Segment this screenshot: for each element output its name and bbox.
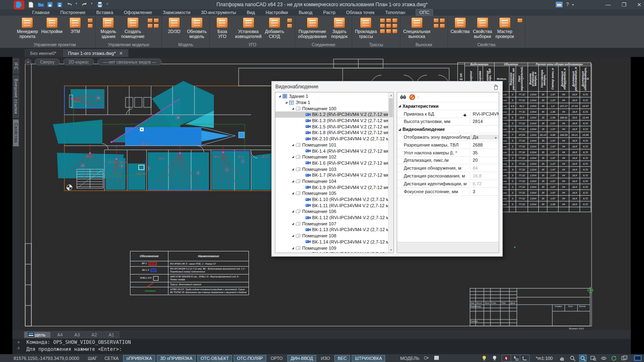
expander-icon[interactable]: ◢ [284, 101, 288, 104]
undo-icon[interactable] [66, 2, 73, 7]
lightbulb-on-icon[interactable] [481, 355, 488, 361]
document-tab[interactable]: План 1-ого этажа.dwg*✕ [63, 49, 128, 57]
tree-item[interactable]: ВК-1.15 (RVi-IPC34VM4 V.2 (2,7-12 мм)) [275, 251, 388, 253]
group-expander-icon[interactable]: ◢ [398, 128, 402, 131]
ribbon-small-tool-icon[interactable] [147, 18, 153, 23]
new-file-icon[interactable] [28, 2, 35, 7]
document-tab[interactable]: Без имени0* [25, 49, 62, 57]
ribbon-button[interactable]: Подключение оборудования [297, 17, 328, 39]
property-row[interactable]: Фокусное расстояние, мм3 [397, 188, 499, 196]
tree-item[interactable]: ◢Этаж 1 [275, 99, 388, 106]
ribbon-button[interactable]: Менеджер проекта [16, 17, 39, 39]
restore-button[interactable]: ❐ [621, 2, 626, 8]
ribbon-tab-Топоплан[interactable]: Топоплан [385, 10, 405, 15]
help-dropdown-icon[interactable]: ▾ [572, 3, 574, 7]
ribbon-tab-Вставка[interactable]: Вставка [96, 10, 113, 15]
property-value[interactable]: 84 [470, 166, 499, 170]
ribbon-tab-ОПС[interactable]: ОПС [416, 9, 433, 15]
ribbon-tab-Главная[interactable]: Главная [32, 10, 50, 15]
selection-cycling-icon[interactable] [502, 355, 511, 361]
fullscreen-monitor-icon[interactable] [634, 355, 642, 361]
interface-settings-icon[interactable] [556, 2, 563, 7]
ribbon-tab-Зависимости[interactable]: Зависимости [163, 10, 190, 15]
tree-item[interactable]: ВК-1.3 (RVi-IPC34VM4 V.2 (2,7-12 мм)) [275, 118, 388, 124]
ribbon-button[interactable]: 2D/3D [163, 17, 185, 34]
property-row[interactable]: Привязка к БД◆RVi-IPC34VM4▾ [397, 110, 499, 118]
tree-item[interactable]: ВК-2.10 (RVi-IPC34VM4 V.2 (2,7-12 мм)) [275, 136, 388, 142]
toggle-ОТС-ОБЪЕКТ[interactable]: ОТС-ОБЪЕКТ [197, 355, 232, 362]
property-value[interactable]: 6,72 [470, 181, 499, 186]
toggle-ОТС-ПОЛЯР[interactable]: ОТС-ПОЛЯР [234, 355, 266, 362]
panel-tab-Внешние ссылки[interactable]: Внешние ссылки [13, 75, 19, 118]
ribbon-button[interactable]: Задать порядок [329, 17, 350, 39]
ribbon-small-tool-icon[interactable] [380, 18, 385, 23]
property-group-header[interactable]: ◢Видеонаблюдение [397, 125, 499, 133]
undo-dropdown-icon[interactable]: ▾ [76, 2, 78, 7]
tree-item[interactable]: ◢Помещение 101 [275, 142, 388, 148]
tree-item[interactable]: ВК-1.8 (RVi-IPC34VM4 V.2 (2,7-12 мм)) [275, 130, 388, 136]
tree-item[interactable]: ◢Помещение 104 [275, 178, 388, 185]
add-viewport-button[interactable]: + [25, 59, 31, 65]
toggle-СЕТКА[interactable]: СЕТКА [102, 355, 121, 361]
annotation-scale[interactable]: *m1:100 [536, 356, 553, 361]
property-value[interactable]: 2688 [470, 142, 499, 147]
close-command-icon[interactable]: ✕ [17, 340, 20, 344]
ribbon-small-tool-icon[interactable] [392, 24, 398, 28]
property-value[interactable]: 35 [470, 150, 499, 155]
open-file-icon[interactable] [38, 2, 44, 7]
toggle-оПРИВЯЗКА[interactable]: оПРИВЯЗКА [123, 355, 155, 362]
pan-icon[interactable] [559, 355, 566, 361]
ribbon-tab-Настройки[interactable]: Настройки [266, 10, 288, 15]
property-row[interactable]: Дистанция обнаружения, м84 [397, 164, 499, 172]
print-icon[interactable] [97, 2, 103, 7]
tree-item[interactable]: ◢Помещение 105 [275, 190, 388, 196]
toggle-ИЗО[interactable]: ИЗО [318, 355, 333, 361]
tree-item[interactable]: ВК-1.14 (RVi-IPC34VM4 V.2 (2,7-12 мм)) [275, 239, 388, 245]
save-all-icon[interactable] [57, 2, 63, 7]
properties-panel[interactable]: ⁞ ◢ХарактеристикиПривязка к БД◆RVi-IPC34… [397, 92, 499, 253]
property-value[interactable]: Да▾ [470, 135, 499, 140]
ribbon-button[interactable]: ЭТМ [64, 17, 86, 34]
tree-item[interactable]: ВК-1.5 (RVi-IPC34VM4 V.2 (2,7-12 мм)) [275, 123, 388, 130]
ribbon-tab-3D-инструменты[interactable]: 3D-инструменты [201, 10, 236, 15]
tree-item[interactable]: ВК-1.7 (RVi-IPC34VM4 V.2 (2,7-12 мм)) [275, 172, 388, 178]
ribbon-small-tool-icon[interactable] [154, 18, 159, 23]
ribbon-small-tool-icon[interactable] [380, 29, 385, 33]
expander-icon[interactable]: ◢ [291, 234, 295, 237]
property-row[interactable]: Дистанция идентификации, м6,72 [397, 180, 499, 188]
zoom-icon[interactable] [569, 355, 576, 361]
tree-item[interactable]: ВК-1.12 (RVi-IPC34VM4 V.2 (2,7-12 мм)) [275, 215, 388, 221]
minimize-button[interactable]: — [605, 2, 611, 8]
property-row[interactable]: Высота установки, мм2814 [397, 118, 499, 126]
video-surveillance-dialog[interactable]: Видеонаблюдение ◢Здание 1◢Этаж 1◢Помещен… [271, 81, 503, 257]
tree-item[interactable]: ВК-1.6 (RVi-IPC34VM4 V.2 (2,7-12 мм)) [275, 160, 388, 166]
ribbon-small-tool-icon[interactable] [386, 24, 391, 28]
expander-icon[interactable]: ◢ [291, 210, 295, 213]
property-row[interactable]: Дистанция распознавания, м16,8 [397, 172, 499, 180]
tree-scrollbar[interactable]: ▲ ▼ [388, 92, 393, 253]
ribbon-button[interactable]: Добавить СКУД [264, 17, 285, 39]
property-value[interactable]: 2814 [470, 119, 499, 124]
tree-item[interactable]: ◢Здание 1 [275, 93, 388, 99]
tree-item[interactable]: ◢Помещение 108 [275, 233, 388, 239]
expander-icon[interactable]: ◢ [278, 95, 282, 98]
toggle-ШТРИХОВКА[interactable]: ШТРИХОВКА [352, 355, 386, 362]
pick-in-drawing-icon[interactable]: ◆ [463, 113, 466, 116]
property-row[interactable]: Детализация, пикс./м20 [397, 157, 499, 165]
viewport-control-2[interactable]: 2D-каркас [63, 59, 94, 65]
expander-icon[interactable]: ◢ [291, 246, 295, 250]
viewport-control-1[interactable]: Сверху [35, 59, 60, 65]
dynamic-ucs-icon[interactable] [520, 355, 529, 361]
tab-close-icon[interactable]: ✕ [119, 51, 123, 56]
ribbon-small-tool-icon[interactable] [386, 18, 391, 23]
tree-item[interactable]: ◢Помещение 107 [275, 220, 388, 227]
tree-item[interactable]: ◢Помещение 109 [275, 245, 388, 251]
ribbon-small-tool-icon[interactable] [440, 24, 445, 28]
toggle-ВЕС[interactable]: ВЕС [334, 355, 350, 362]
tree-item[interactable]: ◢Помещение 103 [275, 166, 388, 172]
redo-dropdown-icon[interactable]: ▾ [91, 2, 94, 7]
panel-tab-IFC[interactable]: IFC [13, 59, 19, 73]
ribbon-button[interactable]: Создать помещение [120, 17, 145, 39]
toggle-ДИН-ВВОД[interactable]: ДИН-ВВОД [287, 355, 316, 362]
ribbon-small-tool-icon[interactable] [517, 18, 523, 23]
